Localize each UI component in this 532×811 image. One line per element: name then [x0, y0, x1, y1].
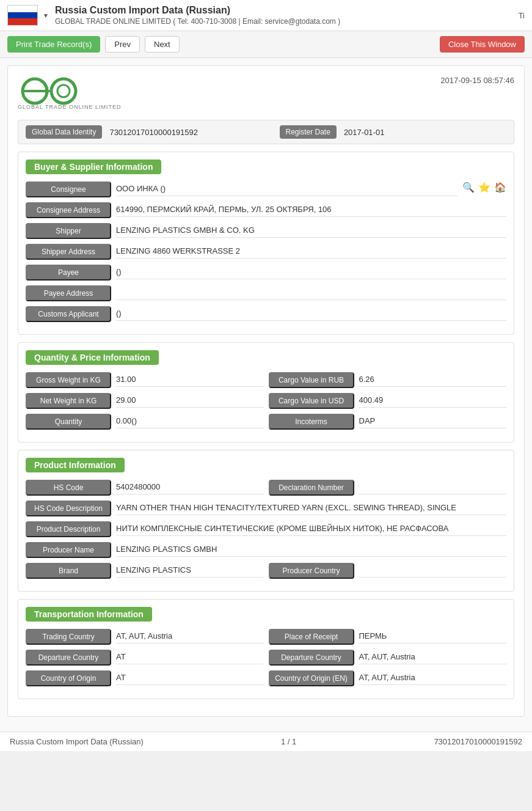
departure-country-en-field: Departure Country AT, AUT, Austria: [269, 650, 507, 666]
customs-applicant-row: Customs Applicant (): [26, 306, 506, 322]
consignee-address-value: 614990, ПЕРМСКИЙ КРАЙ, ПЕРМЬ, УЛ. 25 ОКТ…: [116, 202, 506, 217]
footer-page-indicator: 1 / 1: [281, 737, 296, 746]
footer-page-title: Russia Custom Import Data (Russian): [10, 737, 144, 746]
shipper-value: LENZING PLASTICS GMBH & CO. KG: [116, 223, 506, 238]
shipper-label: Shipper: [26, 223, 111, 239]
customs-applicant-value: (): [116, 306, 506, 321]
cargo-usd-value: 400.49: [359, 393, 507, 408]
shipper-address-value: LENZING 4860 WERKSTRASSE 2: [116, 244, 506, 259]
trading-country-field: Trading Country AT, AUT, Austria: [26, 629, 264, 645]
header-tip: Ti: [519, 11, 525, 20]
payee-address-row: Payee Address: [26, 285, 506, 301]
home-icon[interactable]: 🏠: [494, 182, 506, 193]
record-card: GLOBAL TRADE ONLINE LIMITED 2017-09-15 0…: [7, 65, 525, 717]
brand-row: Brand LENZING PLASTICS Producer Country: [26, 563, 506, 579]
print-button[interactable]: Print Trade Record(s): [7, 36, 100, 53]
departure-country-value: AT: [116, 650, 264, 664]
dropdown-arrow-icon[interactable]: ▼: [43, 12, 49, 19]
identity-row: Global Data Identity 7301201701000019159…: [18, 120, 514, 144]
quantity-row: Quantity 0.00() Incoterms DAP: [26, 414, 506, 430]
svg-point-3: [51, 79, 76, 103]
product-desc-row: Product Description НИТИ КОМПЛЕКСНЫЕ СИН…: [26, 521, 506, 537]
consignee-row: Consignee ООО ИНКА () 🔍 ⭐ 🏠: [26, 182, 506, 197]
gross-weight-label: Gross Weight in KG: [26, 372, 111, 388]
close-button[interactable]: Close This Window: [440, 36, 525, 53]
place-of-receipt-field: Place of Receipt ПЕРМЬ: [269, 629, 507, 645]
shipper-row: Shipper LENZING PLASTICS GMBH & CO. KG: [26, 223, 506, 239]
departure-country-field: Departure Country AT: [26, 650, 264, 666]
consignee-label: Consignee: [26, 182, 111, 197]
prev-button[interactable]: Prev: [105, 36, 140, 53]
product-section: Product Information HS Code 5402480000 D…: [18, 450, 514, 592]
departure-country-row: Departure Country AT Departure Country A…: [26, 650, 506, 666]
brand-field: Brand LENZING PLASTICS: [26, 563, 264, 579]
brand-value: LENZING PLASTICS: [116, 563, 264, 578]
product-title: Product Information: [26, 458, 125, 472]
consignee-value: ООО ИНКА (): [116, 182, 457, 196]
departure-country-en-value: AT, AUT, Austria: [359, 650, 507, 664]
incoterms-value: DAP: [359, 414, 507, 428]
toolbar: Print Trade Record(s) Prev Next Close Th…: [0, 31, 532, 58]
incoterms-label: Incoterms: [269, 414, 354, 430]
buyer-supplier-section: Buyer & Supplier Information Consignee О…: [18, 152, 514, 335]
country-of-origin-row: Country of Origin AT Country of Origin (…: [26, 670, 506, 686]
brand-label: Brand: [26, 563, 111, 579]
country-of-origin-en-label: Country of Origin (EN): [269, 670, 354, 686]
net-weight-value: 29.00: [116, 393, 264, 408]
producer-name-value: LENZING PLASTICS GMBH: [116, 542, 506, 557]
logo-image: [18, 76, 97, 106]
departure-country-label: Departure Country: [26, 650, 111, 666]
quantity-field: Quantity 0.00(): [26, 414, 264, 430]
logo-subtitle: GLOBAL TRADE ONLINE LIMITED: [18, 104, 122, 110]
trading-country-value: AT, AUT, Austria: [116, 629, 264, 644]
place-of-receipt-value: ПЕРМЬ: [359, 629, 507, 644]
cargo-rub-field: Cargo Value in RUB 6.26: [269, 372, 507, 388]
product-desc-value: НИТИ КОМПЛЕКСНЫЕ СИНТЕТИЧЕСКИЕ (КРОМЕ ШВ…: [116, 521, 506, 536]
net-weight-row: Net Weight in KG 29.00 Cargo Value in US…: [26, 393, 506, 409]
payee-address-value: [116, 285, 506, 300]
consignee-address-row: Consignee Address 614990, ПЕРМСКИЙ КРАЙ,…: [26, 202, 506, 218]
gross-weight-value: 31.00: [116, 372, 264, 387]
global-data-identity-label: Global Data Identity: [26, 125, 102, 139]
app-title: Russia Custom Import Data (Russian): [55, 5, 340, 16]
transportation-section: Transportation Information Trading Count…: [18, 599, 514, 699]
producer-name-row: Producer Name LENZING PLASTICS GMBH: [26, 542, 506, 558]
producer-name-label: Producer Name: [26, 542, 111, 558]
register-date-label: Register Date: [280, 125, 337, 139]
consignee-address-label: Consignee Address: [26, 202, 111, 218]
gross-weight-field: Gross Weight in KG 31.00: [26, 372, 264, 388]
shipper-address-label: Shipper Address: [26, 244, 111, 260]
product-desc-label: Product Description: [26, 521, 111, 537]
hs-code-row: HS Code 5402480000 Declaration Number: [26, 480, 506, 496]
place-of-receipt-label: Place of Receipt: [269, 629, 354, 645]
record-date: 2017-09-15 08:57:46: [440, 76, 514, 85]
app-header: ▼ Russia Custom Import Data (Russian) GL…: [0, 0, 532, 31]
hs-code-desc-row: HS Code Description YARN OTHER THAN HIGH…: [26, 501, 506, 516]
buyer-supplier-title: Buyer & Supplier Information: [26, 160, 161, 174]
hs-code-value: 5402480000: [116, 480, 264, 494]
logo-wrap: GLOBAL TRADE ONLINE LIMITED: [18, 76, 122, 110]
departure-country-en-label: Departure Country: [269, 650, 354, 666]
main-content: GLOBAL TRADE ONLINE LIMITED 2017-09-15 0…: [0, 58, 532, 732]
company-subtitle: GLOBAL TRADE ONLINE LIMITED ( Tel: 400-7…: [55, 17, 340, 26]
country-flag: [7, 5, 38, 26]
cargo-usd-label: Cargo Value in USD: [269, 393, 354, 409]
declaration-number-field: Declaration Number: [269, 480, 507, 496]
hs-code-label: HS Code: [26, 480, 111, 496]
declaration-number-value: [359, 480, 507, 494]
next-button[interactable]: Next: [145, 36, 180, 53]
quantity-value: 0.00(): [116, 414, 264, 428]
quantity-label: Quantity: [26, 414, 111, 430]
register-date-value: 2017-01-01: [344, 128, 506, 137]
star-icon[interactable]: ⭐: [478, 182, 490, 193]
cargo-rub-value: 6.26: [359, 372, 507, 387]
country-of-origin-en-field: Country of Origin (EN) AT, AUT, Austria: [269, 670, 507, 686]
search-icon[interactable]: 🔍: [462, 182, 475, 193]
incoterms-field: Incoterms DAP: [269, 414, 507, 430]
consignee-icons: 🔍 ⭐ 🏠: [462, 182, 506, 193]
global-data-identity-value: 73012017010000191592: [109, 128, 272, 137]
net-weight-label: Net Weight in KG: [26, 393, 111, 409]
svg-point-4: [57, 85, 70, 97]
hs-code-desc-label: HS Code Description: [26, 501, 111, 516]
trading-country-row: Trading Country AT, AUT, Austria Place o…: [26, 629, 506, 645]
